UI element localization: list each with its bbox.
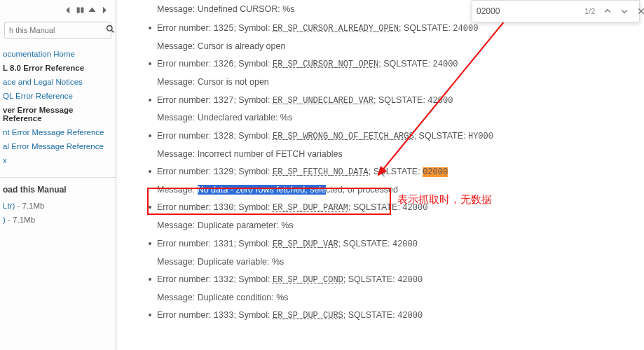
error-header-line: Error number: 1325; Symbol: ER_SP_CURSOR…	[157, 22, 630, 35]
error-item: Error number: 1329; Symbol: ER_SP_FETCH_…	[149, 166, 630, 196]
error-message: Message: Undeclared variable: %s	[157, 112, 630, 125]
download-line-2: ) - 7.1Mb	[0, 213, 116, 227]
error-message: Message: Cursor is already open	[157, 41, 630, 53]
download-size-2: - 7.1Mb	[6, 216, 35, 224]
book-icon[interactable]	[76, 6, 85, 15]
sqlstate: 42000	[392, 239, 418, 249]
selected-text: No data - zero rows fetched, sele	[198, 185, 326, 195]
error-header-line: Error number: 1326; Symbol: ER_SP_CURSOR…	[157, 58, 630, 71]
error-item: Error number: 1327; Symbol: ER_SP_UNDECL…	[149, 94, 630, 125]
error-item: Error number: 1331; Symbol: ER_SP_DUP_VA…	[149, 238, 630, 268]
error-message: Message: Duplicate parameter: %s	[157, 220, 630, 232]
error-message: Message: Cursor is not open	[157, 76, 630, 89]
error-symbol: ER_SP_UNDECLARED_VAR	[273, 96, 374, 106]
error-item: Error number: 1330; Symbol: ER_SP_DUP_PA…	[149, 202, 630, 232]
sidebar-search-input[interactable]	[9, 26, 106, 34]
sqlstate: 42000	[397, 311, 423, 321]
error-message: Message: Duplicate condition: %s	[157, 292, 630, 304]
find-close-button[interactable]	[634, 6, 644, 17]
sidebar: ocumentation Home L 8.0 Error Reference …	[0, 0, 116, 350]
nav-item-1[interactable]: QL Error Reference	[0, 89, 116, 103]
sqlstate: 42000	[427, 96, 453, 106]
download-line-1: Ltr) - 7.1Mb	[0, 199, 116, 213]
nav-item-4[interactable]: al Error Message Reference	[0, 139, 116, 153]
error-symbol: ER_SP_FETCH_NO_DATA	[273, 167, 369, 177]
search-icon[interactable]	[106, 24, 115, 36]
download-link-1[interactable]: Ltr)	[3, 202, 15, 210]
error-symbol: ER_SP_CURSOR_ALREADY_OPEN	[273, 24, 399, 34]
error-header-line: Error number: 1329; Symbol: ER_SP_FETCH_…	[157, 166, 630, 178]
nav-item-0[interactable]: ace and Legal Notices	[0, 75, 116, 89]
annotation-label: 表示抓取时，无数据	[397, 193, 492, 206]
nav-item-2[interactable]: ver Error Message Reference	[0, 103, 116, 125]
nav-home[interactable]: ocumentation Home	[0, 47, 116, 61]
nav-item-5[interactable]: x	[0, 153, 116, 167]
nav-section-title: L 8.0 Error Reference	[0, 61, 116, 75]
sqlstate: HY000	[468, 132, 493, 141]
sqlstate-highlight: 02000	[423, 167, 448, 177]
svg-point-5	[107, 26, 112, 31]
error-header-line: Error number: 1327; Symbol: ER_SP_UNDECL…	[157, 94, 630, 107]
error-symbol: ER_SP_DUP_VAR	[273, 239, 338, 249]
error-item: Error number: 1325; Symbol: ER_SP_CURSOR…	[149, 22, 630, 52]
find-prev-button[interactable]	[601, 6, 615, 17]
error-message: Message: Duplicate variable: %s	[157, 256, 630, 269]
chevron-down-icon	[620, 7, 629, 15]
nav-item-3[interactable]: nt Error Message Reference	[0, 125, 116, 139]
nav-forward-icon[interactable]	[100, 6, 109, 15]
error-item: Error number: 1328; Symbol: ER_SP_WRONG_…	[149, 130, 630, 160]
error-header-line: Error number: 1331; Symbol: ER_SP_DUP_VA…	[157, 238, 630, 251]
error-item: Error number: 1332; Symbol: ER_SP_DUP_CO…	[149, 274, 630, 304]
svg-marker-4	[103, 7, 107, 14]
svg-marker-3	[89, 7, 96, 12]
close-icon	[637, 7, 644, 15]
nav-up-icon[interactable]	[88, 6, 97, 15]
error-message: Message: Incorrect number of FETCH varia…	[157, 148, 630, 161]
error-symbol: ER_SP_DUP_COND	[273, 275, 343, 285]
error-symbol: ER_SP_CURSOR_NOT_OPEN	[273, 59, 378, 69]
error-message: Message: No data - zero rows fetched, se…	[157, 184, 630, 197]
sqlstate: 24000	[453, 24, 478, 34]
error-item: Error number: 1333; Symbol: ER_SP_DUP_CU…	[149, 309, 630, 322]
find-count: 1/2	[584, 7, 595, 15]
svg-marker-2	[66, 7, 69, 14]
find-next-button[interactable]	[617, 6, 631, 17]
error-header-line: Error number: 1332; Symbol: ER_SP_DUP_CO…	[157, 274, 630, 286]
error-symbol: ER_SP_DUP_PARAM	[273, 203, 348, 213]
main-content: Message: Undefined CURSOR: %s Error numb…	[116, 0, 644, 350]
svg-line-6	[111, 30, 114, 32]
sidebar-nav: ocumentation Home L 8.0 Error Reference …	[0, 47, 116, 167]
chevron-up-icon	[603, 7, 612, 15]
sqlstate: 24000	[433, 59, 458, 69]
error-list: Error number: 1325; Symbol: ER_SP_CURSOR…	[149, 22, 630, 322]
error-symbol: ER_SP_WRONG_NO_OF_FETCH_ARGS	[273, 132, 414, 141]
sqlstate: 42000	[397, 275, 423, 285]
error-symbol: ER_SP_DUP_CURS	[273, 311, 343, 321]
nav-back-icon[interactable]	[64, 6, 73, 15]
find-input[interactable]	[477, 6, 582, 16]
error-header-line: Error number: 1328; Symbol: ER_SP_WRONG_…	[157, 130, 630, 143]
error-header-line: Error number: 1330; Symbol: ER_SP_DUP_PA…	[157, 202, 630, 214]
error-item: Error number: 1326; Symbol: ER_SP_CURSOR…	[149, 58, 630, 88]
error-header-line: Error number: 1333; Symbol: ER_SP_DUP_CU…	[157, 309, 630, 322]
find-bar: 1/2	[472, 0, 640, 22]
download-head: oad this Manual	[0, 177, 116, 199]
download-size-1: - 7.1Mb	[15, 202, 44, 210]
sidebar-search[interactable]	[4, 22, 111, 38]
sidebar-top-icons	[0, 3, 116, 22]
